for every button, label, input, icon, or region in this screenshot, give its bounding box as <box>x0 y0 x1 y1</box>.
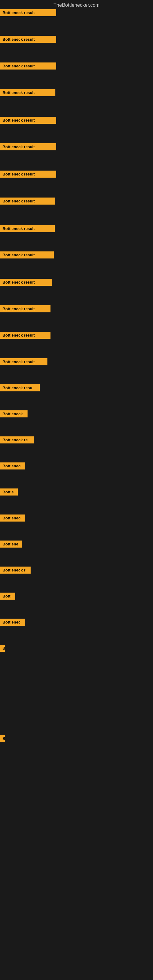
bottleneck-result-item: Bottleneck result <box>0 197 55 205</box>
bottleneck-result-item: Bottleneck result <box>0 36 56 43</box>
bottleneck-result-item: Bottleneck result <box>0 62 56 70</box>
site-title: TheBottlenecker.com <box>0 0 153 10</box>
bottleneck-result-item: Bottleneck result <box>0 117 56 124</box>
bottleneck-result-item: Bottleneck <box>0 410 27 417</box>
bottleneck-result-item: Bottlenec <box>0 463 25 469</box>
bottleneck-result-item: Bottl <box>0 593 15 600</box>
bottleneck-result-item: Bottlene <box>0 541 22 547</box>
bottleneck-result-item: Bottleneck result <box>0 89 56 96</box>
bottleneck-result-item: Bottleneck result <box>0 279 52 286</box>
bottleneck-result-item: Bottleneck result <box>0 358 48 365</box>
bottleneck-result-item: Bottlenec <box>0 619 25 626</box>
bottleneck-result-item: Bottle <box>0 488 18 495</box>
bottleneck-result-item: Bottleneck result <box>0 251 54 258</box>
bottleneck-result-item: Bottleneck result <box>0 143 56 150</box>
bottleneck-result-item: Bottleneck resu <box>0 384 40 391</box>
bottleneck-result-item: Bottleneck re <box>0 436 33 444</box>
bottleneck-result-item: Bottleneck result <box>0 9 56 16</box>
bottleneck-result-item: Bottleneck result <box>0 332 51 339</box>
bottleneck-result-item: Bottleneck result <box>0 225 55 232</box>
bottleneck-result-item: Bottleneck result <box>0 170 56 178</box>
bottleneck-result-item: Bottleneck r <box>0 566 30 574</box>
bottleneck-result-item: B <box>0 645 5 652</box>
bottleneck-result-item: Bottleneck result <box>0 305 51 312</box>
bottleneck-result-item: Bottlenec <box>0 514 25 522</box>
bottleneck-result-item: B <box>0 735 5 742</box>
